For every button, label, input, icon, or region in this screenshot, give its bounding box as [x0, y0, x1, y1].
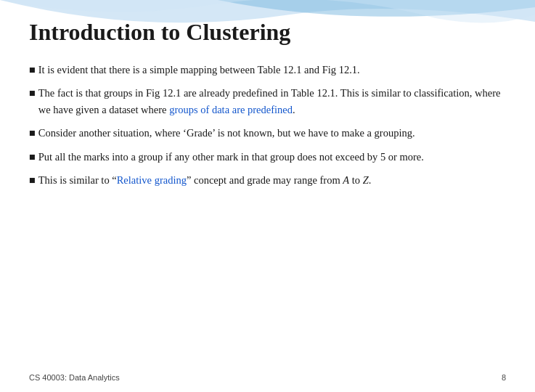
bullet-marker-2: ■	[29, 85, 36, 101]
bullet-text-5: This is similar to “Relative grading” co…	[38, 172, 506, 188]
highlight-groups-of-data: groups of data are predefined	[169, 104, 293, 115]
bullet-text-1: It is evident that there is a simple map…	[38, 62, 506, 78]
list-item: ■ Consider another situation, where ‘Gra…	[29, 125, 506, 141]
bullet-marker-1: ■	[29, 62, 36, 78]
footer-course: CS 40003: Data Analytics	[29, 373, 120, 382]
bullet-text-2: The fact is that groups in Fig 12.1 are …	[38, 85, 506, 118]
list-item: ■ The fact is that groups in Fig 12.1 ar…	[29, 85, 506, 118]
list-item: ■ Put all the marks into a group if any …	[29, 149, 506, 165]
bullet-marker-4: ■	[29, 149, 36, 165]
bullet-marker-5: ■	[29, 172, 36, 188]
bullet-text-4: Put all the marks into a group if any ot…	[38, 149, 506, 165]
list-item: ■ It is evident that there is a simple m…	[29, 62, 506, 78]
bullet-list: ■ It is evident that there is a simple m…	[29, 62, 506, 189]
highlight-relative-grading: Relative grading	[117, 174, 187, 186]
bullet-text-3: Consider another situation, where ‘Grade…	[38, 125, 506, 141]
footer-page: 8	[502, 373, 506, 382]
list-item: ■ This is similar to “Relative grading” …	[29, 172, 506, 188]
footer: CS 40003: Data Analytics 8	[29, 373, 506, 382]
bullet-marker-3: ■	[29, 125, 36, 141]
page-title: Introduction to Clustering	[29, 19, 506, 46]
